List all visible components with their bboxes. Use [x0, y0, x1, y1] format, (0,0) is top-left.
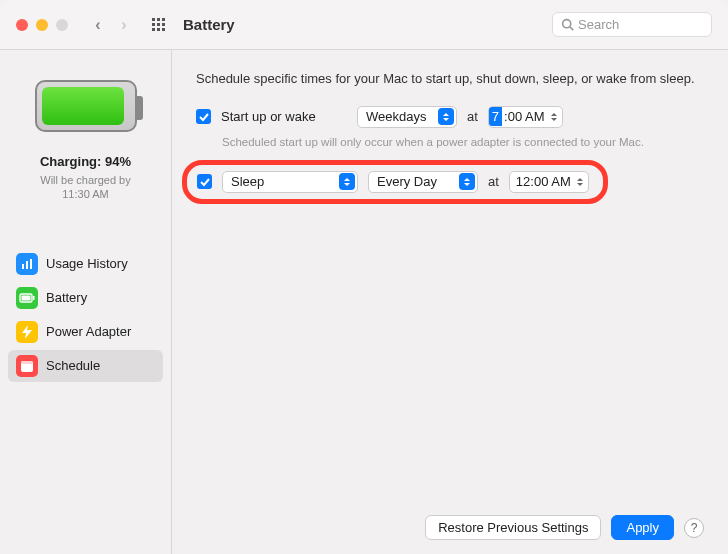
window-title: Battery	[183, 16, 235, 33]
sidebar-item-schedule[interactable]: Schedule	[8, 350, 163, 382]
sidebar-item-label: Schedule	[46, 358, 100, 373]
chevron-updown-icon	[459, 173, 475, 190]
sleep-time-field[interactable]: 12:00 AM	[509, 171, 589, 193]
sidebar-item-label: Battery	[46, 290, 87, 305]
search-placeholder: Search	[578, 17, 619, 32]
search-input[interactable]: Search	[552, 12, 712, 37]
help-button[interactable]: ?	[684, 518, 704, 538]
search-icon	[561, 18, 574, 31]
startup-label: Start up or wake	[221, 109, 347, 124]
sidebar-item-usage-history[interactable]: Usage History	[8, 248, 163, 280]
chevron-updown-icon	[438, 108, 454, 125]
apply-button[interactable]: Apply	[611, 515, 674, 540]
all-prefs-icon[interactable]	[152, 18, 165, 31]
svg-rect-2	[22, 264, 24, 269]
startup-note: Scheduled start up will only occur when …	[222, 136, 704, 148]
sidebar-item-label: Power Adapter	[46, 324, 131, 339]
startup-time-field[interactable]: 7:00 AM	[488, 106, 563, 128]
at-label: at	[488, 174, 499, 189]
svg-line-1	[570, 27, 573, 30]
sidebar-item-power-adapter[interactable]: Power Adapter	[8, 316, 163, 348]
sleep-row-highlight: Sleep Every Day at 12:00 AM	[182, 160, 608, 204]
forward-button[interactable]: ›	[112, 13, 136, 37]
startup-frequency-select[interactable]: Weekdays	[357, 106, 457, 128]
charge-status: Charging: 94%	[40, 154, 131, 169]
svg-rect-3	[26, 261, 28, 269]
sleep-frequency-select[interactable]: Every Day	[368, 171, 478, 193]
bolt-icon	[16, 321, 38, 343]
svg-rect-9	[21, 361, 33, 364]
startup-checkbox[interactable]	[196, 109, 211, 124]
charge-eta: Will be charged by11:30 AM	[40, 173, 131, 202]
battery-graphic	[35, 80, 137, 132]
back-button[interactable]: ‹	[86, 13, 110, 37]
stepper-icon[interactable]	[547, 107, 561, 127]
stepper-icon[interactable]	[573, 172, 587, 192]
chart-icon	[16, 253, 38, 275]
restore-button[interactable]: Restore Previous Settings	[425, 515, 601, 540]
battery-icon	[16, 287, 38, 309]
schedule-description: Schedule specific times for your Mac to …	[196, 70, 704, 88]
chevron-updown-icon	[339, 173, 355, 190]
close-window-button[interactable]	[16, 19, 28, 31]
svg-rect-7	[22, 295, 31, 300]
sleep-action-select[interactable]: Sleep	[222, 171, 358, 193]
maximize-window-button	[56, 19, 68, 31]
calendar-icon	[16, 355, 38, 377]
sidebar-item-battery[interactable]: Battery	[8, 282, 163, 314]
minimize-window-button[interactable]	[36, 19, 48, 31]
at-label: at	[467, 109, 478, 124]
sleep-checkbox[interactable]	[197, 174, 212, 189]
svg-rect-4	[30, 259, 32, 269]
svg-point-0	[563, 20, 571, 28]
svg-rect-6	[33, 296, 35, 300]
sidebar-item-label: Usage History	[46, 256, 128, 271]
